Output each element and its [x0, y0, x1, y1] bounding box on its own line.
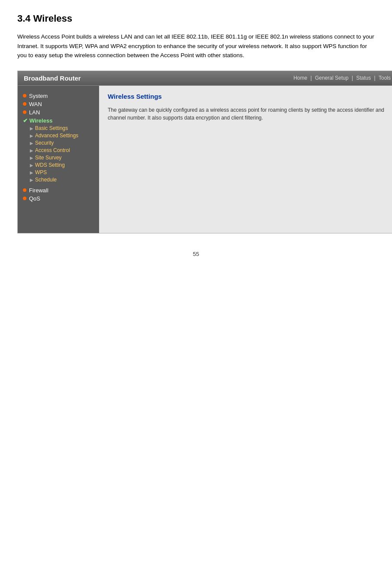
submenu-item-advanced-settings[interactable]: ▶ Advanced Settings	[30, 132, 94, 139]
submenu-item-security[interactable]: ▶ Security	[30, 139, 94, 147]
sidebar-item-wan[interactable]: WAN	[23, 100, 94, 108]
sidebar-section-main: System WAN LAN ✔ Wireless ▶ Bas	[18, 90, 99, 204]
sidebar-item-lan[interactable]: LAN	[23, 108, 94, 117]
sidebar-item-firewall[interactable]: Firewall	[23, 186, 94, 194]
arrow-icon-wds: ▶	[30, 163, 33, 168]
page-number: 55	[17, 251, 375, 257]
submenu-label-advanced-settings: Advanced Settings	[35, 133, 78, 139]
submenu-label-access-control: Access Control	[35, 147, 70, 153]
nav-home[interactable]: Home	[293, 75, 307, 81]
firewall-bullet	[23, 188, 26, 192]
nav-separator-2: |	[352, 75, 354, 81]
sidebar-label-firewall: Firewall	[29, 187, 48, 194]
wireless-submenu: ▶ Basic Settings ▶ Advanced Settings ▶ S…	[23, 125, 94, 184]
submenu-item-access-control[interactable]: ▶ Access Control	[30, 147, 94, 154]
submenu-label-site-survey: Site Survey	[35, 155, 61, 161]
main-content: Wireless Settings The gateway can be qui…	[99, 86, 392, 233]
submenu-label-schedule: Schedule	[35, 177, 57, 183]
submenu-item-schedule[interactable]: ▶ Schedule	[30, 176, 94, 184]
arrow-icon-schedule: ▶	[30, 178, 33, 182]
sidebar-label-lan: LAN	[29, 109, 40, 116]
wan-bullet	[23, 102, 26, 106]
sidebar-item-wireless[interactable]: ✔ Wireless	[23, 117, 94, 125]
wireless-check-icon: ✔	[23, 117, 28, 124]
submenu-label-basic-settings: Basic Settings	[35, 125, 68, 131]
sidebar-label-wan: WAN	[29, 101, 42, 107]
system-bullet	[23, 94, 26, 97]
router-body: System WAN LAN ✔ Wireless ▶ Bas	[18, 86, 392, 233]
submenu-item-site-survey[interactable]: ▶ Site Survey	[30, 154, 94, 162]
page-title: 3.4 Wireless	[17, 13, 375, 24]
submenu-label-security: Security	[35, 140, 54, 146]
router-brand-title: Broadband Router	[24, 74, 81, 82]
sidebar-label-wireless: Wireless	[29, 117, 52, 124]
arrow-icon-site-survey: ▶	[30, 155, 33, 160]
arrow-icon-wps: ▶	[30, 170, 33, 175]
arrow-icon-advanced: ▶	[30, 133, 33, 138]
arrow-icon-security: ▶	[30, 141, 33, 146]
intro-paragraph: Wireless Access Point builds a wireless …	[17, 32, 375, 60]
submenu-item-wps[interactable]: ▶ WPS	[30, 169, 94, 176]
arrow-icon-access-control: ▶	[30, 148, 33, 153]
router-header: Broadband Router Home | General Setup | …	[18, 71, 392, 85]
submenu-label-wps: WPS	[35, 169, 47, 175]
nav-status[interactable]: Status	[356, 75, 371, 81]
sidebar-item-qos[interactable]: QoS	[23, 194, 94, 203]
submenu-item-wds-setting[interactable]: ▶ WDS Setting	[30, 162, 94, 169]
lan-bullet	[23, 110, 26, 114]
sidebar-item-system[interactable]: System	[23, 92, 94, 100]
nav-tools[interactable]: Tools	[379, 75, 391, 81]
nav-separator-1: |	[311, 75, 313, 81]
router-nav: Home | General Setup | Status | Tools	[292, 75, 392, 81]
sidebar-label-qos: QoS	[29, 195, 40, 202]
nav-general-setup[interactable]: General Setup	[315, 75, 348, 81]
submenu-label-wds-setting: WDS Setting	[35, 162, 65, 168]
sidebar-label-system: System	[29, 93, 48, 99]
sidebar: System WAN LAN ✔ Wireless ▶ Bas	[18, 86, 99, 233]
content-title: Wireless Settings	[108, 93, 389, 100]
nav-separator-3: |	[374, 75, 377, 81]
qos-bullet	[23, 197, 26, 200]
arrow-icon-basic: ▶	[30, 126, 33, 131]
submenu-item-basic-settings[interactable]: ▶ Basic Settings	[30, 125, 94, 132]
router-ui: Broadband Router Home | General Setup | …	[17, 71, 392, 233]
content-description: The gateway can be quickly configured as…	[108, 106, 389, 122]
